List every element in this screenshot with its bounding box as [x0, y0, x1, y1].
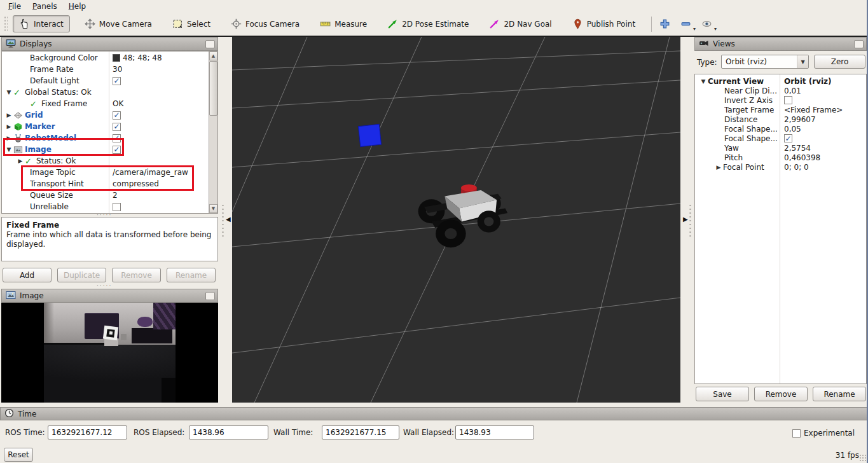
menu-item-panels[interactable]: Panels	[27, 1, 63, 11]
tool-2d-nav-goal[interactable]: 2D Nav Goal	[483, 16, 557, 32]
rename-button[interactable]: Rename	[813, 387, 866, 401]
time-input-wall-elapsed[interactable]	[455, 425, 534, 439]
image-panel-header[interactable]: Image	[1, 289, 218, 303]
tool-publish-point[interactable]: Publish Point	[567, 16, 641, 32]
tool-measure[interactable]: Measure	[314, 16, 373, 32]
camera-wall-shadow	[44, 303, 54, 345]
checkbox-grid[interactable]: ✓	[113, 111, 121, 120]
time-panel-header[interactable]: Time	[0, 407, 868, 420]
tree-row-focal-point[interactable]: ▶Focal Point0; 0; 0	[695, 162, 865, 172]
left-splitter[interactable]: ◀	[219, 37, 232, 403]
right-splitter[interactable]: ▶	[680, 37, 693, 403]
views-panel-header[interactable]: Views	[694, 37, 867, 51]
time-input-wall-time[interactable]	[322, 425, 399, 439]
checkbox-default-light[interactable]: ✓	[113, 77, 121, 85]
menu-item-help[interactable]: Help	[63, 1, 92, 11]
time-panel-title: Time	[18, 410, 865, 418]
tool-select[interactable]: Select	[167, 16, 216, 32]
expander-down-icon[interactable]: ▼	[4, 146, 13, 153]
expander-right-icon[interactable]: ▶	[16, 158, 25, 164]
add-button[interactable]: Add	[3, 268, 52, 282]
3d-viewport[interactable]	[232, 37, 680, 403]
checkbox-marker[interactable]: ✓	[113, 123, 121, 131]
splitter-handle-dots[interactable]: ·····	[97, 282, 112, 289]
tree-label: Global Status: Ok	[25, 88, 92, 97]
tree-row-image[interactable]: ▼Image✓	[2, 144, 209, 155]
tree-row-current-view[interactable]: ▼Current ViewOrbit (rviz)	[695, 76, 865, 86]
view-type-dropdown[interactable]: Orbit (rviz) ▼	[721, 55, 809, 69]
scroll-down-icon[interactable]: ▼	[209, 204, 217, 213]
checkbox-robotmodel[interactable]: ✓	[113, 134, 121, 142]
tree-row-marker[interactable]: ▶Marker✓	[2, 121, 209, 132]
resize-grip[interactable]	[859, 454, 867, 462]
remove-button[interactable]: Remove	[754, 387, 808, 401]
expander-right-icon[interactable]: ▶	[4, 112, 13, 118]
tree-label: Transport Hint	[30, 179, 84, 188]
views-float-button[interactable]	[854, 40, 864, 48]
value-text: /camera/image_raw	[113, 168, 188, 177]
zero-button[interactable]: Zero	[814, 55, 865, 69]
tree-row-robotmodel[interactable]: ▶RobotModel✓	[2, 132, 209, 144]
tree-row-invert-z-axis[interactable]: Invert Z Axis	[695, 95, 865, 105]
scrollbar-thumb[interactable]	[209, 61, 217, 116]
tree-value	[113, 203, 121, 211]
tree-value: ✓	[113, 77, 121, 85]
focus-camera-icon	[231, 18, 242, 29]
tree-row-pitch[interactable]: Pitch0,460398	[695, 153, 865, 162]
tree-row-status-ok[interactable]: ▶✓Status: Ok	[2, 155, 209, 167]
tree-row-focal-shape[interactable]: Focal Shape...0,05	[695, 124, 865, 134]
tree-value: Orbit (rviz)	[784, 77, 832, 86]
tree-row-grid[interactable]: ▶Grid✓	[2, 109, 209, 121]
expander-right-icon[interactable]: ▶	[714, 164, 723, 170]
expander-down-icon[interactable]: ▼	[4, 89, 13, 95]
tree-row-default-light[interactable]: Default Light✓	[2, 75, 209, 86]
tool-focus-camera[interactable]: Focus Camera	[225, 16, 305, 32]
tree-row-near-clip-di[interactable]: Near Clip Di...0,01	[695, 86, 865, 95]
tool-move-camera[interactable]: Move Camera	[79, 16, 158, 32]
experimental-checkbox[interactable]	[792, 429, 801, 438]
save-button[interactable]: Save	[696, 387, 749, 401]
collapse-right-icon[interactable]: ▶	[683, 216, 688, 223]
tree-row-unreliable[interactable]: Unreliable	[2, 201, 209, 212]
toolbar-button-zoom-in[interactable]	[659, 18, 670, 29]
tree-row-transport-hint[interactable]: Transport Hintcompressed	[2, 178, 209, 190]
tree-row-distance[interactable]: Distance2,99607	[695, 114, 865, 124]
camera-dark-corner	[162, 378, 176, 403]
pose-estimate-arrow-icon	[387, 18, 398, 29]
expander-right-icon[interactable]: ▶	[4, 123, 13, 130]
tree-row-background-color[interactable]: Background Color48; 48; 48	[2, 52, 209, 64]
expander-down-icon[interactable]: ▼	[699, 78, 708, 85]
checkbox-unreliable[interactable]	[113, 203, 121, 211]
time-input-ros-time[interactable]	[48, 425, 127, 439]
displays-panel-header[interactable]: Displays	[1, 37, 218, 51]
reset-button[interactable]: Reset	[4, 448, 33, 462]
checkbox-focal-shape[interactable]: ✓	[784, 134, 792, 142]
checkbox-image[interactable]: ✓	[113, 146, 121, 154]
tree-row-frame-rate[interactable]: Frame Rate30	[2, 64, 209, 75]
tree-label: Frame Rate	[30, 65, 74, 74]
camera-purple-object	[137, 317, 153, 327]
toolbar-button-eye[interactable]: ▾	[701, 18, 712, 29]
tree-row-fixed-frame[interactable]: ✓Fixed FrameOK	[2, 98, 209, 109]
tree-row-image-topic[interactable]: Image Topic/camera/image_raw	[2, 167, 209, 178]
tree-row-yaw[interactable]: Yaw2,5754	[695, 143, 865, 153]
duplicate-button: Duplicate	[57, 268, 106, 282]
expander-right-icon[interactable]: ▶	[4, 135, 13, 141]
displays-scrollbar[interactable]: ▲ ▼	[209, 52, 217, 213]
time-input-ros-elapsed[interactable]	[189, 425, 268, 439]
image-float-button[interactable]	[205, 292, 215, 300]
menu-item-file[interactable]: File	[3, 1, 27, 11]
collapse-left-icon[interactable]: ◀	[226, 216, 231, 223]
tool-2d-pose-estimate[interactable]: 2D Pose Estimate	[382, 16, 474, 32]
scroll-up-icon[interactable]: ▲	[209, 52, 217, 60]
tree-row-focal-shape[interactable]: Focal Shape...✓	[695, 134, 865, 143]
toolbar-drag-handle[interactable]	[4, 16, 8, 32]
tree-row-target-frame[interactable]: Target Frame<Fixed Frame>	[695, 105, 865, 114]
displays-float-button[interactable]	[205, 40, 215, 48]
tool-interact[interactable]: Interact	[13, 15, 70, 32]
view-type-value: Orbit (rviz)	[722, 57, 797, 66]
toolbar-button-zoom-out[interactable]: ▾	[680, 18, 691, 29]
tree-row-queue-size[interactable]: Queue Size2	[2, 190, 209, 201]
checkbox-invert-z-axis[interactable]	[784, 96, 792, 104]
tree-row-global-status-ok[interactable]: ▼✓Global Status: Ok	[2, 86, 209, 98]
